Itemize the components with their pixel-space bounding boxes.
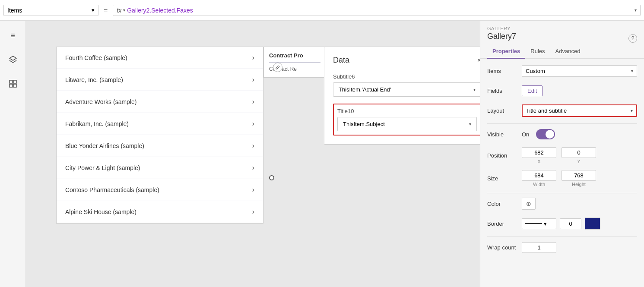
fields-edit-button[interactable]: Edit (522, 85, 542, 96)
layout-prop-label: Layout (487, 107, 522, 114)
position-prop-row: Position X Y (487, 147, 637, 164)
wrap-count-prop-row: Wrap count (487, 240, 637, 254)
position-y-input[interactable] (562, 147, 596, 158)
data-panel-header: Data × (333, 56, 480, 65)
position-prop-control: X Y (522, 147, 637, 164)
chevron-right-icon: › (252, 186, 254, 194)
grid-icon[interactable] (5, 76, 21, 91)
list-item[interactable]: Contoso Pharmaceuticals (sample) › (57, 179, 263, 201)
size-height-label: Height (572, 182, 586, 187)
size-prop-label: Size (487, 175, 522, 182)
visible-prop-label: Visible (487, 131, 522, 138)
data-panel-title: Data (333, 56, 349, 65)
visible-prop-row: Visible On (487, 127, 637, 141)
border-style-dropdown[interactable]: ▾ (522, 218, 556, 229)
position-x-input[interactable] (522, 147, 556, 158)
chevron-right-icon: › (252, 142, 254, 150)
item-text: Contoso Pharmaceuticals (sample) (65, 186, 252, 193)
border-color-swatch[interactable] (585, 218, 600, 230)
list-item[interactable]: Fabrikam, Inc. (sample) › (57, 113, 263, 135)
item-text: Litware, Inc. (sample) (65, 76, 252, 83)
list-item[interactable]: Adventure Works (sample) › (57, 91, 263, 113)
fields-prop-control: Edit (522, 85, 637, 96)
items-dropdown-value: Custom (526, 68, 631, 74)
item-text: Alpine Ski House (sample) (65, 208, 252, 215)
item-text: Blue Yonder Airlines (sample) (65, 142, 252, 149)
size-height-input[interactable] (562, 170, 596, 181)
divider-3 (487, 237, 637, 237)
fields-prop-row: Fields Edit (487, 84, 637, 98)
pencil-icon[interactable] (273, 63, 282, 72)
layout-dropdown[interactable]: Title and subtitle ▾ (522, 104, 637, 117)
title10-dropdown[interactable]: ThisItem.Subject ▾ (337, 117, 477, 131)
chevron-right-icon: › (252, 76, 254, 84)
fx-icon: fx (117, 7, 121, 14)
chevron-right-icon: › (252, 120, 254, 128)
item-text: City Power & Light (sample) (65, 164, 252, 171)
svg-rect-0 (10, 80, 13, 83)
divider-1 (487, 123, 637, 124)
position-prop-label: Position (487, 152, 522, 159)
tab-advanced[interactable]: Advanced (550, 44, 586, 59)
list-item[interactable]: Blue Yonder Airlines (sample) › (57, 135, 263, 157)
item-text: Adventure Works (sample) (65, 98, 252, 105)
list-item[interactable]: City Power & Light (sample) › (57, 157, 263, 179)
color-picker-icon: ⊕ (526, 200, 531, 207)
canvas-area: Fourth Coffee (sample) › Litware, Inc. (… (26, 21, 480, 287)
drag-handle-mid[interactable] (269, 175, 274, 180)
size-prop-row: Size Width Height (487, 170, 637, 187)
help-icon[interactable]: ? (628, 34, 637, 43)
layout-dropdown-value: Title and subtitle (526, 107, 631, 114)
list-item[interactable]: Fourth Coffee (sample) › (57, 47, 263, 69)
formula-bar[interactable]: fx ▾ Gallery2.Selected.Faxes ▾ (113, 5, 641, 16)
size-width-input[interactable] (522, 170, 556, 181)
wrap-count-prop-control (522, 242, 637, 253)
position-x-group: X (522, 147, 556, 164)
border-width-input[interactable] (560, 218, 581, 229)
position-inputs: X Y (522, 147, 596, 164)
items-dropdown[interactable]: Items ▾ (3, 5, 98, 16)
position-y-label: Y (577, 159, 580, 164)
layout-dropdown-arrow: ▾ (631, 108, 633, 113)
layers-icon[interactable] (5, 52, 21, 67)
color-prop-label: Color (487, 201, 522, 207)
top-bar: Items ▾ = fx ▾ Gallery2.Selected.Faxes ▾ (0, 0, 644, 21)
list-item[interactable]: Litware, Inc. (sample) › (57, 69, 263, 91)
subtitle6-label: Subtitle6 (333, 73, 480, 80)
subtitle6-dropdown[interactable]: ThisItem.'Actual End' ▾ (333, 82, 480, 97)
svg-rect-2 (10, 84, 13, 87)
layout-prop-row: Layout Title and subtitle ▾ (487, 104, 637, 117)
subtitle6-dropdown-arrow: ▾ (473, 87, 476, 92)
position-y-group: Y (562, 147, 596, 164)
title10-value: ThisItem.Subject (343, 121, 469, 127)
contract-preview: Contract Pro Contract Re (263, 47, 326, 78)
equals-sign: = (102, 6, 109, 14)
subtitle6-value: ThisItem.'Actual End' (339, 86, 473, 93)
visible-on-label: On (522, 131, 529, 138)
divider-2 (487, 193, 637, 193)
visible-toggle[interactable] (536, 129, 555, 139)
formula-text: Gallery2.Selected.Faxes (127, 7, 633, 14)
size-height-group: Height (562, 170, 596, 187)
data-panel-close-button[interactable]: × (477, 57, 480, 64)
color-swatch[interactable]: ⊕ (522, 198, 536, 210)
items-dropdown-prop[interactable]: Custom ▾ (522, 65, 637, 77)
wrap-count-input[interactable] (522, 242, 556, 253)
tab-properties[interactable]: Properties (487, 44, 525, 59)
border-line-preview (525, 223, 542, 224)
color-prop-row: Color ⊕ (487, 197, 637, 211)
position-x-label: X (537, 159, 540, 164)
border-prop-control: ▾ (522, 218, 637, 230)
tab-rules[interactable]: Rules (525, 44, 550, 59)
item-text: Fabrikam, Inc. (sample) (65, 120, 252, 127)
hamburger-icon[interactable]: ≡ (5, 28, 21, 43)
toggle-knob (546, 130, 554, 139)
list-item[interactable]: Alpine Ski House (sample) › (57, 201, 263, 223)
wrap-count-prop-label: Wrap count (487, 244, 522, 251)
chevron-right-icon: › (252, 54, 254, 62)
items-prop-label: Items (487, 68, 522, 74)
items-dropdown-arrow: ▾ (92, 7, 95, 13)
gallery-list: Fourth Coffee (sample) › Litware, Inc. (… (56, 47, 263, 224)
border-prop-label: Border (487, 221, 522, 227)
panel-gallery-name: Gallery7 (487, 32, 516, 41)
